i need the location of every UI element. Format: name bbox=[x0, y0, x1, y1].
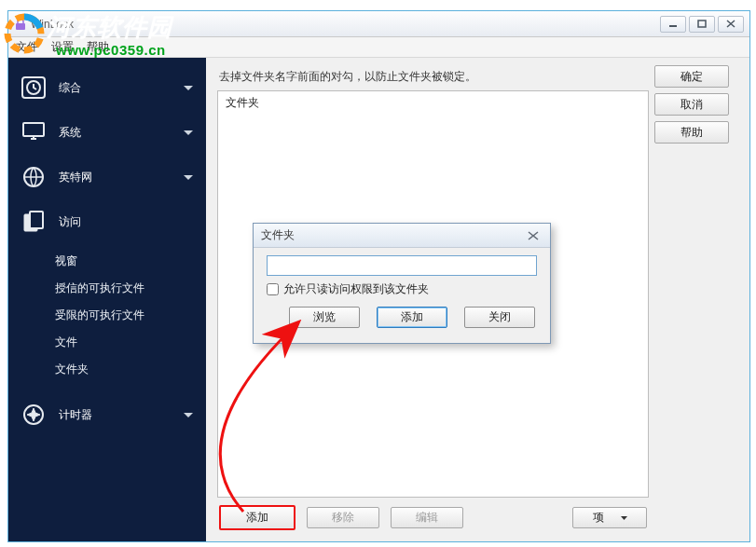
right-panel: 确定 取消 帮助 bbox=[654, 65, 738, 532]
sidebar-sub-folders[interactable]: 文件夹 bbox=[8, 356, 206, 383]
sidebar-sublist: 视窗 授信的可执行文件 受限的可执行文件 文件 文件夹 bbox=[8, 244, 206, 392]
list-header: 文件夹 bbox=[226, 95, 640, 111]
menu-settings[interactable]: 设置 bbox=[51, 39, 74, 55]
svg-rect-5 bbox=[23, 123, 44, 136]
dialog-add-button[interactable]: 添加 bbox=[377, 307, 447, 328]
svg-rect-2 bbox=[698, 21, 706, 27]
caret-down-icon bbox=[621, 516, 627, 520]
edit-button[interactable]: 编辑 bbox=[391, 507, 463, 528]
globe-icon bbox=[18, 164, 49, 190]
dialog-titlebar: 文件夹 bbox=[254, 224, 550, 248]
readonly-label: 允许只读访问权限到该文件夹 bbox=[283, 281, 429, 297]
dialog-close-btn[interactable]: 关闭 bbox=[464, 307, 535, 328]
dialog-body: 允许只读访问权限到该文件夹 浏览 添加 关闭 bbox=[254, 248, 550, 335]
sidebar-cat-system[interactable]: 系统 bbox=[8, 110, 206, 155]
browse-button[interactable]: 浏览 bbox=[289, 307, 360, 328]
sidebar-sub-files[interactable]: 文件 bbox=[8, 329, 206, 356]
documents-icon bbox=[18, 209, 49, 235]
dialog-close-button[interactable] bbox=[524, 229, 543, 242]
sidebar-sub-trusted[interactable]: 授信的可执行文件 bbox=[8, 275, 206, 302]
sidebar: 综合 系统 英特网 访问 视窗 授信的可执行文件 受限的可执行文件 bbox=[8, 58, 206, 541]
cancel-button[interactable]: 取消 bbox=[654, 93, 729, 116]
menubar: 文件 设置 帮助 bbox=[8, 37, 749, 58]
chevron-down-icon bbox=[184, 126, 193, 139]
sidebar-sub-windows[interactable]: 视窗 bbox=[8, 248, 206, 275]
app-icon bbox=[14, 18, 27, 31]
chevron-down-icon bbox=[184, 81, 193, 94]
sidebar-sub-restricted[interactable]: 受限的可执行文件 bbox=[8, 302, 206, 329]
item-dropdown[interactable]: 项 bbox=[572, 507, 647, 528]
sidebar-label: 访问 bbox=[59, 214, 81, 230]
sidebar-cat-timer[interactable]: 计时器 bbox=[8, 392, 206, 437]
sidebar-cat-access[interactable]: 访问 bbox=[8, 199, 206, 244]
ok-button[interactable]: 确定 bbox=[654, 65, 729, 88]
help-button[interactable]: 帮助 bbox=[654, 121, 729, 144]
svg-rect-8 bbox=[30, 212, 43, 228]
dialog-title: 文件夹 bbox=[261, 227, 295, 243]
sidebar-cat-internet[interactable]: 英特网 bbox=[8, 155, 206, 199]
clock-icon bbox=[18, 75, 49, 101]
sidebar-label: 计时器 bbox=[59, 407, 92, 423]
dialog-buttons: 浏览 添加 关闭 bbox=[267, 307, 537, 328]
monitor-icon bbox=[18, 119, 49, 145]
menu-file[interactable]: 文件 bbox=[16, 39, 38, 55]
svg-rect-1 bbox=[669, 25, 677, 27]
hint-text: 去掉文件夹名字前面的对勾，以防止文件夹被锁定。 bbox=[219, 69, 649, 85]
close-button[interactable] bbox=[718, 16, 744, 33]
dropdown-label: 项 bbox=[593, 510, 604, 526]
svg-rect-0 bbox=[16, 23, 25, 30]
readonly-row: 允许只读访问权限到该文件夹 bbox=[267, 281, 537, 297]
chevron-down-icon bbox=[184, 171, 193, 184]
compass-icon bbox=[18, 402, 49, 428]
sidebar-label: 综合 bbox=[59, 80, 81, 96]
sidebar-label: 系统 bbox=[59, 125, 81, 141]
readonly-checkbox[interactable] bbox=[267, 283, 279, 295]
menu-help[interactable]: 帮助 bbox=[87, 39, 109, 55]
sidebar-cat-general[interactable]: 综合 bbox=[8, 65, 206, 110]
action-bar: 添加 移除 编辑 项 bbox=[217, 498, 649, 532]
maximize-button[interactable] bbox=[689, 16, 715, 33]
add-button[interactable]: 添加 bbox=[219, 505, 296, 530]
sidebar-label: 英特网 bbox=[59, 170, 92, 185]
chevron-down-icon bbox=[184, 408, 193, 421]
folder-dialog: 文件夹 允许只读访问权限到该文件夹 浏览 添加 关闭 bbox=[253, 223, 551, 344]
folder-path-input[interactable] bbox=[267, 255, 537, 276]
minimize-button[interactable] bbox=[660, 16, 686, 33]
remove-button[interactable]: 移除 bbox=[307, 507, 379, 528]
window-title: WinLock bbox=[31, 18, 657, 31]
titlebar: WinLock bbox=[8, 11, 749, 37]
